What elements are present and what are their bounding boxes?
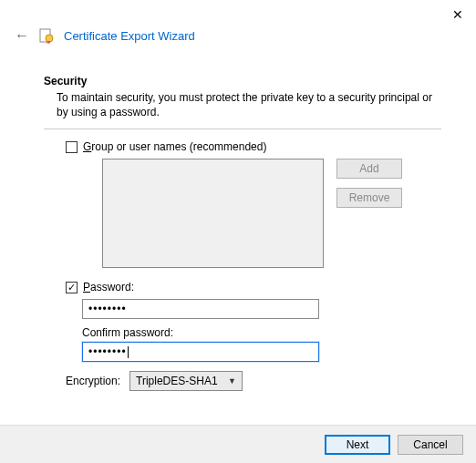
separator [44,129,441,129]
wizard-header: ← Certificate Export Wizard [0,0,476,53]
confirm-password-mask: •••••••• [88,345,127,358]
group-users-label: Group or user names (recommended) [83,140,266,153]
section-description: To maintain security, you must protect t… [57,90,441,119]
encryption-selected: TripleDES-SHA1 [136,375,218,387]
password-label: Password: [83,281,134,293]
password-input[interactable]: •••••••• [82,299,319,319]
remove-button: Remove [336,188,402,208]
encryption-dropdown[interactable]: TripleDES-SHA1 ▼ [129,371,243,391]
group-users-checkbox[interactable] [66,141,78,153]
chevron-down-icon: ▼ [228,376,236,386]
svg-point-1 [46,35,53,42]
encryption-label: Encryption: [66,375,120,387]
password-checkbox[interactable] [66,282,78,293]
add-button: Add [336,159,402,179]
section-title: Security [44,75,441,87]
password-mask: •••••••• [88,303,127,315]
confirm-password-input[interactable]: •••••••• [82,342,319,362]
back-arrow-icon[interactable]: ← [15,27,29,44]
close-icon[interactable]: ✕ [452,7,463,22]
wizard-title: Certificate Export Wizard [64,29,195,43]
cancel-button[interactable]: Cancel [398,435,463,455]
next-button[interactable]: Next [325,435,390,455]
text-caret [128,346,129,358]
certificate-icon [38,27,55,44]
group-users-listbox [102,159,324,268]
wizard-footer: Next Cancel [0,425,476,463]
confirm-password-label: Confirm password: [82,326,441,339]
